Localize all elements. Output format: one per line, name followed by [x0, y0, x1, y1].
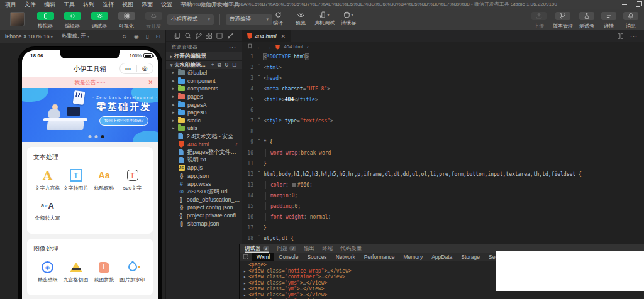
action-refresh[interactable]: 编译 — [269, 10, 287, 26]
split-editor-icon[interactable] — [617, 31, 624, 42]
compile-mode-select[interactable]: 普通编译 ▾ — [226, 14, 272, 25]
devtools-tab-memory[interactable]: Memory — [399, 253, 427, 261]
mode-button-code[interactable]: 编辑器 — [61, 10, 84, 30]
panel-tab-调试器[interactable]: 调试器3 — [245, 244, 269, 253]
panel-tab-输出[interactable]: 输出 — [304, 244, 314, 253]
back-icon[interactable]: ← — [257, 44, 262, 50]
menu-item[interactable]: 选择 — [103, 1, 114, 9]
refresh-icon[interactable]: ↻ — [225, 62, 229, 68]
tab-404-html[interactable]: 404.html ✕ — [242, 30, 291, 42]
tool-item-textimg[interactable]: T文字转图片 — [62, 168, 90, 192]
new-folder-icon[interactable]: ⧉ — [218, 62, 221, 68]
code-area[interactable]: 1<!DOCTYPE html>2ˇ<html>3ˇ<head>4<meta c… — [242, 52, 644, 244]
menu-item[interactable]: 转到 — [83, 1, 94, 9]
folder-row[interactable]: ▸component — [166, 77, 242, 85]
inspect-element-icon[interactable] — [240, 253, 252, 261]
box-icon[interactable] — [216, 32, 223, 40]
search-icon[interactable] — [184, 32, 192, 40]
file-row[interactable]: 把pages整个文件夹导... — [166, 148, 242, 156]
mini-program-mode-select[interactable]: 小程序模式 ▾ — [167, 14, 214, 25]
banner-button[interactable]: 如何上传小程序源码? — [99, 116, 148, 126]
folder-row[interactable]: ▸utils — [166, 124, 242, 133]
carousel-dot[interactable] — [95, 135, 98, 138]
screenshot-icon[interactable]: ⊡ — [155, 33, 160, 40]
panel-tab-代码质量[interactable]: 代码质量 — [340, 244, 362, 253]
menu-item[interactable]: 视图 — [122, 1, 133, 9]
panel-tab-问题[interactable]: 问题7 — [277, 244, 296, 253]
banner-carousel[interactable]: · Zero basic development · 零基础开发 如何上传小程序… — [22, 88, 158, 142]
mode-button-grid[interactable]: 可视化 — [115, 10, 138, 30]
file-row[interactable]: #app.wxss — [166, 180, 242, 188]
folder-row[interactable]: ▸pagesA — [166, 101, 242, 109]
restore-icon[interactable] — [636, 3, 640, 7]
file-row[interactable]: {}sitemap.json — [166, 219, 242, 227]
mode-button-phone[interactable]: 模拟器 — [34, 10, 57, 30]
device-frame-icon[interactable]: ▯ — [146, 33, 149, 40]
tool-item-nick[interactable]: Aa炫酷昵称 — [90, 168, 118, 192]
folder-row[interactable]: ▸pagesB — [166, 109, 242, 117]
file-row[interactable]: {}app.json — [166, 172, 242, 180]
new-file-icon[interactable]: + — [211, 62, 214, 68]
record-icon[interactable]: ◉ — [134, 33, 139, 40]
menu-item[interactable]: 工具 — [64, 1, 75, 9]
files-icon[interactable] — [174, 32, 181, 40]
folder-row[interactable]: ▸pages — [166, 93, 242, 101]
tool-item-wall[interactable]: ◈精选壁纸 — [33, 259, 62, 283]
tool-item-t520[interactable]: T520文字 — [118, 168, 147, 192]
more-menu-icon[interactable]: ••• — [120, 67, 136, 71]
collapse-all-icon[interactable]: ⊟ — [232, 62, 236, 68]
tool-item-nine[interactable]: 九宫格切图 — [62, 259, 90, 283]
tool-item-upper[interactable]: a»A金额转大写 — [33, 198, 62, 222]
panel-tab-终端[interactable]: 终端 — [322, 244, 333, 253]
carousel-dot[interactable] — [101, 135, 104, 138]
tool-item-water[interactable]: 图片加水印 — [118, 259, 147, 283]
close-icon[interactable]: ✕ — [148, 77, 153, 88]
devtools-tab-storage[interactable]: Storage — [457, 253, 484, 261]
breadcrumb-file[interactable]: 404.html — [284, 44, 303, 50]
menu-item[interactable]: 项目 — [5, 1, 16, 9]
tool-item-textgrid[interactable]: A文字九宫格 — [33, 168, 62, 192]
devtools-tab-appdata[interactable]: AppData — [427, 253, 457, 261]
action-branch[interactable]: 版本管理 — [553, 10, 573, 30]
file-row[interactable]: {}code_obfuscation_conf... — [166, 196, 242, 204]
action-eye[interactable]: 预览 — [292, 10, 309, 26]
file-row[interactable]: 2.4技术文档 - 安全过滤... — [166, 133, 242, 141]
devtools-tab-sources[interactable]: Sources — [303, 253, 331, 261]
brush-icon[interactable] — [226, 32, 234, 40]
project-section[interactable]: ▾ 去水印糖咪... +⧉↻⊟ — [166, 60, 242, 69]
branch-icon[interactable] — [195, 32, 203, 40]
action-test[interactable]: 测试号 — [579, 10, 595, 30]
restart-icon[interactable]: ↻ — [122, 33, 127, 40]
hot-reload-toggle[interactable]: 热重载: 开 ▾ — [62, 33, 89, 40]
file-row[interactable]: JSapp.js — [166, 164, 242, 172]
menu-item[interactable]: 编辑 — [44, 1, 55, 9]
devtools-tab-console[interactable]: Console — [274, 253, 303, 261]
mode-button-bug[interactable]: 调试器 — [88, 10, 111, 30]
close-circle-icon[interactable]: ◎ — [137, 63, 153, 73]
tool-item-shot[interactable]: 截图拼接 — [90, 259, 118, 283]
forward-icon[interactable]: → — [266, 44, 272, 50]
folder-row[interactable]: ▸components — [166, 85, 242, 93]
action-detail[interactable]: 详情 — [601, 10, 617, 30]
file-row[interactable]: ⊕ASP300源码.url — [166, 188, 242, 196]
grid-icon[interactable] — [205, 32, 213, 40]
menu-item[interactable]: 界面 — [142, 1, 153, 9]
close-tab-icon[interactable]: ✕ — [281, 33, 286, 40]
folder-row[interactable]: ▸@babel — [166, 69, 242, 77]
file-row[interactable]: 说明.txt — [166, 156, 242, 165]
action-device[interactable]: ▾真机调试 — [314, 10, 335, 26]
carousel-dot[interactable] — [89, 135, 92, 138]
minimize-icon[interactable] — [622, 4, 627, 5]
file-row[interactable]: {}project.private.config.js... — [166, 212, 242, 220]
devtools-tab-wxml[interactable]: Wxml — [252, 253, 274, 261]
open-editors-section[interactable]: ▸ 打开的编辑器 — [166, 52, 242, 60]
avatar[interactable] — [10, 12, 25, 26]
device-select[interactable]: iPhone X 100% 16 ▾ — [5, 33, 53, 40]
file-row[interactable]: 404.html7 — [166, 140, 242, 148]
more-actions-icon[interactable]: ··· — [229, 44, 236, 50]
wxml-node[interactable]: ▸<view class="yms">…</view> — [240, 292, 644, 298]
devtools-tab-performance[interactable]: Performance — [360, 253, 399, 261]
action-cache[interactable]: ▾清缓存 — [340, 10, 357, 26]
file-row[interactable]: {}project.config.json — [166, 204, 242, 212]
bookmark-icon[interactable] — [247, 43, 253, 50]
